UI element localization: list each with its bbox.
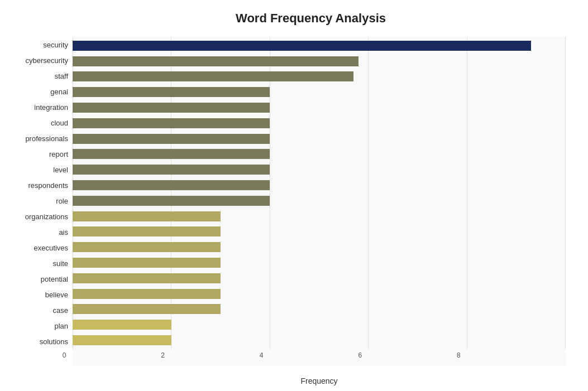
bar (73, 103, 270, 113)
x-tick: 2 (155, 351, 171, 359)
y-label: genai (11, 84, 73, 99)
bar (73, 304, 221, 314)
y-label: executives (11, 240, 73, 255)
bar (73, 196, 270, 206)
y-label: organizations (11, 209, 73, 224)
bar (73, 134, 270, 144)
y-label: level (11, 162, 73, 177)
bar-row (73, 86, 566, 98)
y-label: respondents (11, 178, 73, 192)
bars-wrapper (73, 37, 566, 349)
grid-and-bars: Frequency 02468 (73, 37, 566, 366)
chart-area: securitycybersecuritystaffgenaiintegrati… (11, 37, 566, 366)
bar-row (73, 55, 566, 67)
y-label: solutions (11, 334, 73, 349)
bar (73, 289, 221, 299)
bar-row (73, 288, 566, 300)
bar-row (73, 241, 566, 253)
y-label: cybersecurity (11, 53, 73, 67)
bar-row (73, 195, 566, 207)
x-tick: 0 (56, 351, 73, 359)
y-label: security (11, 37, 73, 52)
bar-row (73, 318, 566, 331)
x-axis: Frequency 02468 (73, 349, 566, 366)
bar-row (73, 179, 566, 191)
bar-row (73, 272, 566, 284)
y-axis-labels: securitycybersecuritystaffgenaiintegrati… (11, 37, 73, 366)
y-label: staff (11, 69, 73, 83)
bar (73, 320, 171, 330)
y-label: plan (11, 318, 73, 333)
bar (73, 226, 221, 236)
bar-row (73, 225, 566, 238)
bar (73, 87, 270, 97)
x-tick: 8 (450, 351, 467, 359)
bar (73, 180, 270, 190)
y-label: suite (11, 256, 73, 271)
bar-row (73, 148, 566, 160)
bars-section: Frequency 02468 (73, 37, 566, 366)
bar-row (73, 133, 566, 145)
y-label: cloud (11, 115, 73, 130)
bar (73, 41, 531, 51)
y-label: professionals (11, 131, 73, 146)
bar-row (73, 257, 566, 269)
bar (73, 56, 358, 66)
y-label: integration (11, 100, 73, 114)
y-label: report (11, 147, 73, 161)
y-label: believe (11, 287, 73, 302)
bar-row (73, 334, 566, 346)
bar-row (73, 163, 566, 176)
bar (73, 273, 221, 283)
bar (73, 149, 270, 159)
x-tick: 4 (253, 351, 270, 359)
bar (73, 242, 221, 252)
chart-title: Word Frequency Analysis (11, 11, 566, 26)
y-label: potential (11, 272, 73, 286)
x-axis-label: Frequency (73, 376, 566, 385)
chart-container: Word Frequency Analysis securitycybersec… (0, 0, 588, 391)
bar (73, 165, 270, 175)
bar-row (73, 210, 566, 223)
y-label: role (11, 194, 73, 208)
bar-row (73, 70, 566, 83)
bar (73, 211, 221, 221)
bar-row (73, 40, 566, 52)
bar (73, 71, 353, 81)
y-label: ais (11, 225, 73, 239)
bar (73, 258, 221, 268)
bar (73, 335, 171, 345)
bar-row (73, 117, 566, 129)
x-tick: 6 (352, 351, 369, 359)
bar (73, 118, 270, 128)
bar-row (73, 102, 566, 114)
y-label: case (11, 303, 73, 317)
bar-row (73, 303, 566, 315)
